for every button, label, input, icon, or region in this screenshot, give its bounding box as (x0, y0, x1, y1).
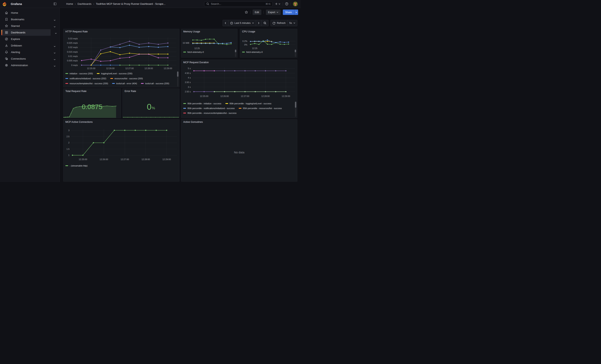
svg-text:0.005 req/s: 0.005 req/s (67, 59, 78, 62)
panel-title[interactable]: CPU Usage (242, 30, 255, 33)
legend-color-marker (97, 73, 100, 74)
legend-color-marker (183, 103, 186, 104)
panel-title[interactable]: MCP Request Duration (183, 61, 209, 64)
http-request-rate-legend: initialize - success (200)logging/setLev… (65, 71, 175, 87)
legend-item[interactable]: tools/call - success (200) (141, 81, 169, 86)
chevron-down-icon[interactable] (54, 64, 56, 66)
svg-text:0.01 req/s: 0.01 req/s (68, 55, 78, 58)
export-button[interactable]: Export (266, 10, 281, 15)
chevron-down-icon[interactable] (55, 32, 57, 34)
time-range-picker[interactable]: Last 5 minutes (228, 20, 256, 26)
breadcrumb-home[interactable]: Home (66, 2, 73, 5)
sidebar-item-administration[interactable]: Administration (1, 62, 58, 69)
legend-item[interactable]: initialize - success (200) (65, 71, 93, 76)
grafana-logo-icon[interactable] (2, 2, 7, 6)
sidebar-item-dashboards[interactable]: Dashboards (1, 29, 51, 36)
sidebar-item-bookmarks[interactable]: Bookmarks (1, 16, 58, 23)
bookmark-icon (5, 18, 8, 21)
panel-error-rate: Error Rate 0% (122, 89, 180, 118)
chevron-down-icon[interactable] (54, 19, 56, 20)
chevron-down-icon (252, 22, 254, 24)
panel-title[interactable]: HTTP Request Rate (65, 30, 88, 33)
legend-item[interactable]: resources/templates/list - success (200) (65, 81, 108, 86)
search-field[interactable] (211, 2, 264, 5)
refresh-button[interactable]: Refresh (271, 20, 287, 26)
legend-item[interactable]: 95th percentile - resources/templates/li… (183, 111, 237, 115)
panel-memory-usage: Memory Usage 16 MiB12:25 fetch-telemetry… (181, 29, 238, 58)
panel-mcp-request-duration: MCP Request Duration 2.50 s3 s3.50 s4 s4… (181, 59, 297, 118)
legend-item[interactable]: unknown - success (200) (97, 86, 125, 87)
panel-title[interactable]: Total Request Rate (65, 90, 86, 93)
legend-item[interactable]: 95th percentile - initialize - success (183, 101, 221, 106)
breadcrumb-dashboards[interactable]: Dashboards (78, 2, 91, 5)
sidebar-item-label: Administration (11, 64, 28, 67)
sidebar-item-label: Explore (11, 38, 20, 40)
legend-item[interactable]: 95th percentile - resources/list - succe… (239, 106, 282, 111)
legend-scrollbar[interactable] (295, 49, 296, 57)
svg-text:5 s: 5 s (188, 67, 191, 69)
chevron-down-icon[interactable] (54, 45, 56, 47)
panel-title[interactable]: Error Rate (125, 90, 136, 93)
svg-text:1.5: 1.5 (67, 148, 70, 150)
divider (290, 2, 291, 6)
legend-item[interactable]: fetch-telemetry-0 (183, 50, 204, 54)
sidebar-item-label: Dashboards (11, 31, 25, 34)
chevron-down-icon (295, 11, 297, 13)
legend-item[interactable]: 95th percentile - notifications/initiali… (183, 106, 235, 111)
time-back-button[interactable] (223, 20, 228, 26)
grafana-app: Grafana Home › Dashboards › ToolHive MCP… (0, 0, 300, 182)
breadcrumb-separator: › (75, 2, 76, 5)
help-icon[interactable] (285, 2, 288, 6)
mcp-active-connections-chart[interactable]: 11.522.5312:25:0012:26:0012:27:0012:28:0… (63, 119, 179, 181)
sidebar-item-home[interactable]: Home (1, 10, 58, 16)
refresh-interval-picker[interactable]: 5s (287, 20, 297, 26)
share-button[interactable]: Share (283, 10, 294, 15)
legend-color-marker (65, 83, 68, 84)
legend-item[interactable]: tools/call - error (404) (112, 81, 137, 86)
legend-item[interactable]: fetch-telemetry-0 (242, 50, 263, 54)
legend-scrollbar[interactable] (177, 71, 179, 87)
sidebar-item-starred[interactable]: Starred (1, 23, 58, 29)
sidebar-item-label: Connections (11, 57, 26, 60)
sidebar-item-explore[interactable]: Explore (1, 36, 58, 42)
chevron-down-icon[interactable] (54, 51, 56, 53)
legend-scrollbar[interactable] (235, 49, 236, 57)
panel-title[interactable]: Active Goroutines (183, 121, 203, 123)
top-bar: Grafana Home › Dashboards › ToolHive MCP… (0, 0, 300, 8)
dashboards-icon (5, 31, 8, 34)
legend-item[interactable]: - (streamable-http) (65, 163, 88, 168)
legend-item[interactable]: 95th percentile - logging/setLevel - suc… (225, 101, 271, 106)
add-new-button[interactable] (275, 2, 280, 5)
time-forward-button[interactable] (256, 20, 261, 26)
svg-text:0.025 req/s: 0.025 req/s (67, 42, 78, 44)
legend-color-marker (65, 165, 68, 166)
sidebar-item-label: Drilldown (11, 44, 22, 47)
sidebar-item-drilldown[interactable]: Drilldown (1, 42, 58, 49)
legend-item[interactable]: resources/list - success (200) (110, 76, 143, 81)
chevron-down-icon[interactable] (54, 58, 56, 60)
search-input[interactable]: ⌘+k (204, 1, 273, 7)
legend-scrollbar[interactable] (295, 101, 296, 117)
panel-cpu-usage: CPU Usage 0.2%0%12:25 fetch-telemetry-0 (240, 29, 297, 58)
sidebar-item-connections[interactable]: Connections (1, 55, 58, 62)
chevron-down-icon (279, 3, 280, 5)
user-avatar[interactable] (293, 2, 298, 6)
sidebar-collapse-icon[interactable] (53, 3, 56, 5)
svg-text:0.015 req/s: 0.015 req/s (67, 51, 78, 53)
svg-text:12:27:00: 12:27:00 (241, 95, 249, 97)
chevron-down-icon[interactable] (54, 25, 56, 27)
svg-text:2: 2 (68, 141, 70, 144)
favorite-star-icon[interactable] (245, 10, 248, 14)
zoom-out-button[interactable] (261, 20, 268, 26)
panel-title[interactable]: MCP Active Connections (65, 121, 93, 123)
panel-title[interactable]: Memory Usage (183, 30, 200, 33)
svg-text:12:25:00: 12:25:00 (87, 67, 95, 69)
share-dropdown-button[interactable] (294, 10, 298, 15)
svg-text:12:29:00: 12:29:00 (164, 67, 172, 69)
legend-item[interactable]: logging/setLevel - success (200) (97, 71, 132, 76)
sidebar-item-alerting[interactable]: Alerting (1, 49, 58, 55)
legend-item[interactable]: tools/list - success (200) (65, 86, 93, 87)
legend-item[interactable]: notifications/initialized - success (202… (65, 76, 106, 81)
edit-button[interactable]: Edit (253, 10, 261, 15)
svg-text:3.50 s: 3.50 s (185, 81, 191, 83)
